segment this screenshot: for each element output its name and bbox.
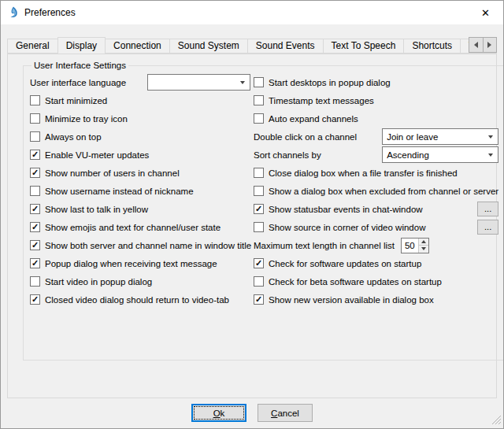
tab-shortcuts[interactable]: Shortcuts [403,39,461,54]
auto-expand-channels-checkbox[interactable]: Auto expand channels [254,113,358,124]
ui-settings-group: User Interface Settings User interface l… [23,61,504,361]
minimize-to-tray-checkbox[interactable]: Minimize to tray icon [30,113,128,124]
tab-sound-system[interactable]: Sound System [169,39,248,54]
checkbox-box [30,131,40,142]
chevron-down-icon [240,81,245,84]
checkbox-label: Start desktops in popup dialog [269,78,391,87]
arrow-up-icon [421,240,426,243]
window-title: Preferences [24,7,76,18]
checkbox-label: Always on top [45,132,102,142]
timestamp-messages-checkbox[interactable]: Timestamp text messages [254,95,374,105]
close-button[interactable]: ✕ [468,1,503,24]
checkbox-label: Show emojis and text for channel/user st… [45,223,220,232]
checkbox-box: ✓ [30,168,40,178]
double-click-combobox[interactable]: Join or leave [382,128,498,145]
button-row: Ok Cancel [1,404,503,422]
always-on-top-checkbox[interactable]: Always on top [30,131,102,142]
popup-text-message-checkbox[interactable]: ✓Popup dialog when receiving text messag… [30,258,217,268]
checkbox-label: Check for beta software updates on start… [269,277,442,287]
spinner-buttons [418,239,428,253]
checkbox-label: Minimize to tray icon [45,114,128,124]
resize-grip-icon[interactable] [491,415,502,427]
checkbox-box [30,113,40,124]
checkbox-box: ✓ [254,204,264,214]
start-minimized-checkbox[interactable]: Start minimized [30,95,107,105]
double-click-value: Join or leave [387,132,438,142]
tab-connection[interactable]: Connection [105,39,170,54]
checkbox-box [254,276,264,287]
video-return-tab-checkbox[interactable]: ✓Closed video dialog should return to vi… [30,294,229,305]
emoji-state-checkbox[interactable]: ✓Show emojis and text for channel/user s… [30,222,220,232]
checkbox-label: Popup dialog when receiving text message [45,259,217,268]
language-label: User interface language [30,78,126,87]
checkbox-box [30,186,40,196]
video-source-corner-checkbox[interactable]: Show source in corner of video window [254,222,425,232]
video-popup-checkbox[interactable]: Start video in popup dialog [30,276,152,287]
new-version-dialog-checkbox[interactable]: ✓Show new version available in dialog bo… [254,294,434,305]
max-text-length-value[interactable]: 50 [402,239,418,253]
checkbox-box [30,276,40,287]
vu-meter-updates-checkbox[interactable]: ✓Enable VU-meter updates [30,150,149,160]
statusbar-events-checkbox[interactable]: ✓Show statusbar events in chat-window [254,204,423,214]
checkbox-box [30,95,40,105]
checkbox-box [254,95,264,105]
left-column: User interface language Start minimized … [30,73,250,309]
sort-channels-label: Sort channels by [254,150,321,160]
start-desktops-popup-checkbox[interactable]: Start desktops in popup dialog [254,77,391,87]
check-beta-updates-checkbox[interactable]: Check for beta software updates on start… [254,276,442,287]
checkbox-label: Show username instead of nickname [45,187,194,196]
checkbox-box: ✓ [254,258,264,268]
checkbox-box: ✓ [30,204,40,214]
tab-scroll-right-button[interactable] [483,37,498,53]
check-updates-checkbox[interactable]: ✓Check for software updates on startup [254,258,421,268]
window-title-name-checkbox[interactable]: ✓Show both server and channel name in wi… [30,240,251,250]
checkbox-label: Check for software updates on startup [269,259,421,268]
app-icon [7,6,20,19]
checkbox-label: Close dialog box when a file transfer is… [269,168,458,178]
checkbox-box [254,113,264,124]
arrow-down-icon [421,247,426,250]
sort-channels-combobox[interactable]: Ascending [382,146,498,163]
tab-scroll-left-button[interactable] [469,37,484,53]
checkbox-box: ✓ [30,150,40,160]
ok-button[interactable]: Ok [191,404,246,422]
spin-up-button[interactable] [419,239,428,246]
checkbox-label: Start minimized [45,96,107,105]
titlebar[interactable]: Preferences ✕ [1,1,503,24]
checkbox-label: Show statusbar events in chat-window [269,205,423,214]
spin-down-button[interactable] [419,245,428,253]
tab-sound-events[interactable]: Sound Events [247,39,324,54]
checkbox-box: ✓ [254,294,264,305]
tab-general[interactable]: General [7,39,58,54]
excluded-dialog-checkbox[interactable]: Show a dialog box when excluded from cha… [254,186,498,196]
tab-text-to-speech[interactable]: Text To Speech [323,39,405,54]
last-talk-yellow-checkbox[interactable]: ✓Show last to talk in yellow [30,204,148,214]
show-user-count-checkbox[interactable]: ✓Show number of users in channel [30,168,180,178]
checkbox-box [254,222,264,232]
cancel-button[interactable]: Cancel [258,404,313,422]
checkbox-box [254,77,264,87]
tab-display[interactable]: Display [57,37,106,54]
checkbox-label: Show number of users in channel [45,168,180,178]
close-on-transfer-checkbox[interactable]: Close dialog box when a file transfer is… [254,168,458,178]
show-username-checkbox[interactable]: Show username instead of nickname [30,186,194,196]
checkbox-label: Closed video dialog should return to vid… [45,295,229,305]
language-combobox[interactable] [147,74,250,91]
checkbox-label: Auto expand channels [269,114,358,124]
max-text-length-label: Maximum text length in channel list [254,241,395,250]
group-title: User Interface Settings [32,61,128,70]
video-source-more-button[interactable]: ... [477,220,498,235]
right-column: Start desktops in popup dialog Timestamp… [250,73,498,309]
checkbox-label: Start video in popup dialog [45,277,152,287]
checkbox-box [254,186,264,196]
sort-channels-value: Ascending [387,150,429,160]
statusbar-events-more-button[interactable]: ... [477,202,498,216]
checkbox-label: Enable VU-meter updates [45,150,149,160]
checkbox-label: Timestamp text messages [269,96,374,105]
arrow-left-icon [474,42,478,48]
max-text-length-spinner[interactable]: 50 [401,238,429,253]
checkbox-label: Show source in corner of video window [269,223,425,232]
checkbox-box: ✓ [30,240,40,250]
checkbox-box [254,168,264,178]
tab-scroll-control [469,37,497,53]
